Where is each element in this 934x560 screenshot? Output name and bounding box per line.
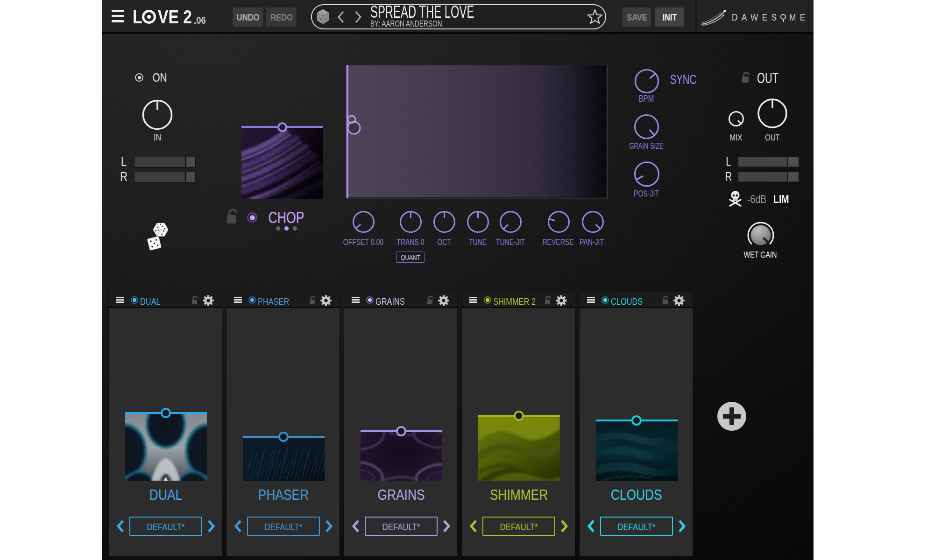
svg-text:?: ? (325, 17, 327, 22)
svg-text:?: ? (321, 11, 324, 15)
svg-text:?: ? (319, 17, 322, 22)
